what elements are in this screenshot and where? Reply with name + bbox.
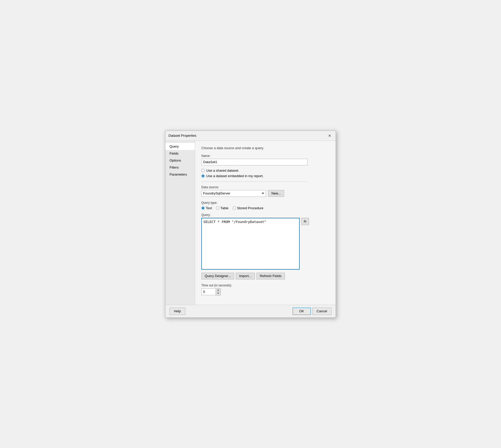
query-type-row: Text Table Stored Procedure bbox=[201, 206, 329, 210]
ok-button[interactable]: OK bbox=[293, 308, 311, 315]
query-designer-button[interactable]: Query Designer... bbox=[201, 273, 234, 279]
query-type-stored-option[interactable]: Stored Procedure bbox=[233, 206, 263, 210]
close-button[interactable]: ✕ bbox=[327, 133, 333, 139]
sidebar: Query Fields Options Filters Parameters bbox=[165, 141, 195, 305]
cancel-button[interactable]: Cancel bbox=[312, 308, 331, 315]
refresh-fields-button[interactable]: Refresh Fields bbox=[256, 273, 285, 279]
dialog-title: Dataset Properties bbox=[168, 134, 196, 138]
divider-1 bbox=[201, 182, 307, 182]
query-section: Query: fx bbox=[201, 213, 329, 270]
query-type-table-radio[interactable] bbox=[216, 206, 219, 210]
footer-right: OK Cancel bbox=[293, 308, 331, 315]
sidebar-item-filters[interactable]: Filters bbox=[165, 164, 195, 171]
shared-dataset-radio[interactable] bbox=[201, 169, 205, 172]
query-buttons-row: Query Designer... Import... Refresh Fiel… bbox=[201, 273, 329, 279]
query-textarea[interactable] bbox=[201, 218, 300, 270]
fx-button[interactable]: fx bbox=[301, 218, 309, 225]
title-bar: Dataset Properties ✕ bbox=[165, 131, 336, 141]
query-type-text-radio[interactable] bbox=[201, 206, 205, 210]
datasource-label: Data source: bbox=[201, 185, 329, 189]
sidebar-item-fields[interactable]: Fields bbox=[165, 150, 195, 157]
sidebar-item-query[interactable]: Query bbox=[165, 143, 195, 150]
new-button[interactable]: New... bbox=[268, 190, 284, 197]
query-type-stored-radio[interactable] bbox=[233, 206, 236, 210]
shared-dataset-option[interactable]: Use a shared dataset. bbox=[201, 169, 329, 172]
query-type-label: Query type: bbox=[201, 201, 329, 205]
main-content: Choose a data source and create a query.… bbox=[195, 141, 336, 305]
datasource-select[interactable]: FoundrySqlServer bbox=[201, 190, 266, 197]
dialog-body: Query Fields Options Filters Parameters … bbox=[165, 141, 336, 305]
timeout-decrement-button[interactable]: ▼ bbox=[216, 292, 220, 295]
embedded-dataset-radio[interactable] bbox=[201, 174, 205, 178]
timeout-spinner: ▲ ▼ bbox=[216, 288, 221, 295]
timeout-section: Time out (in seconds): ▲ ▼ bbox=[201, 284, 329, 295]
name-input[interactable] bbox=[201, 159, 307, 165]
embedded-dataset-option[interactable]: Use a dataset embedded in my report. bbox=[201, 174, 329, 178]
query-type-section: Query type: Text Table Stored Procedure bbox=[201, 201, 329, 210]
timeout-input[interactable] bbox=[201, 288, 216, 295]
timeout-label: Time out (in seconds): bbox=[201, 284, 329, 287]
dataset-source-group: Use a shared dataset. Use a dataset embe… bbox=[201, 169, 329, 178]
sidebar-item-parameters[interactable]: Parameters bbox=[165, 171, 195, 178]
query-type-text-option[interactable]: Text bbox=[201, 206, 212, 210]
query-type-table-option[interactable]: Table bbox=[216, 206, 229, 210]
query-label: Query: bbox=[201, 213, 329, 217]
query-area-row: fx bbox=[201, 218, 329, 270]
dataset-properties-dialog: Dataset Properties ✕ Query Fields Option… bbox=[165, 131, 336, 318]
timeout-row: ▲ ▼ bbox=[201, 288, 329, 295]
datasource-row: FoundrySqlServer New... bbox=[201, 190, 329, 197]
name-label: Name: bbox=[201, 154, 329, 158]
section-title: Choose a data source and create a query. bbox=[201, 146, 329, 150]
import-button[interactable]: Import... bbox=[236, 273, 255, 279]
help-button[interactable]: Help bbox=[170, 308, 185, 315]
dialog-footer: Help OK Cancel bbox=[165, 305, 336, 317]
sidebar-item-options[interactable]: Options bbox=[165, 157, 195, 164]
timeout-increment-button[interactable]: ▲ bbox=[216, 288, 220, 292]
